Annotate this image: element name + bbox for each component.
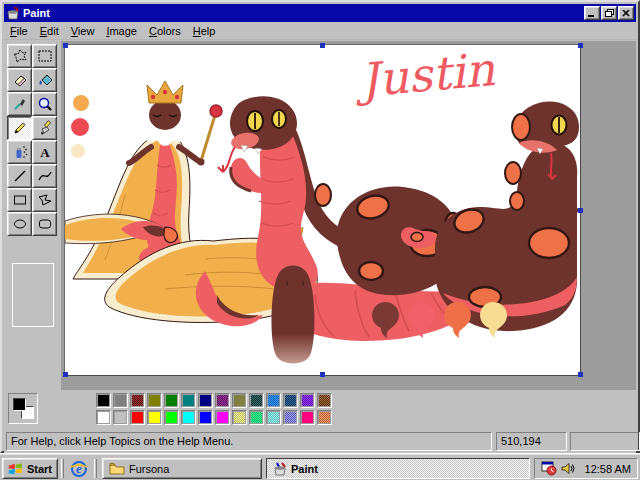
window-title: Paint bbox=[23, 7, 583, 19]
palette-swatch[interactable] bbox=[181, 393, 196, 408]
tool-select[interactable] bbox=[32, 44, 57, 68]
palette-swatch[interactable] bbox=[113, 393, 128, 408]
taskbar: Start e Fursona Paint bbox=[0, 453, 640, 480]
windows-logo-icon bbox=[8, 462, 24, 476]
palette-swatch[interactable] bbox=[164, 410, 179, 425]
tool-rounded-rectangle[interactable] bbox=[32, 212, 57, 236]
tool-rectangle[interactable] bbox=[7, 188, 32, 212]
brush-icon bbox=[37, 120, 53, 136]
status-coordinates: 510,194 bbox=[496, 432, 567, 451]
ie-logo-icon: e bbox=[70, 460, 88, 478]
palette-swatch[interactable] bbox=[147, 393, 162, 408]
canvas-handle-bottom-middle[interactable] bbox=[320, 372, 325, 377]
tool-eraser[interactable] bbox=[7, 68, 32, 92]
palette-swatch[interactable] bbox=[266, 410, 281, 425]
paint-app-icon bbox=[6, 6, 20, 20]
palette-swatch[interactable] bbox=[232, 393, 247, 408]
tail-study bbox=[272, 266, 315, 364]
tool-pick-color[interactable] bbox=[7, 92, 32, 116]
tool-curve[interactable] bbox=[32, 164, 57, 188]
palette-swatch[interactable] bbox=[130, 393, 145, 408]
title-bar: Paint bbox=[4, 4, 636, 22]
canvas-handle-top-middle[interactable] bbox=[320, 43, 325, 48]
rectangle-icon bbox=[12, 192, 28, 208]
palette-swatch[interactable] bbox=[164, 393, 179, 408]
tool-options-box[interactable] bbox=[12, 263, 54, 327]
palette-swatch[interactable] bbox=[232, 410, 247, 425]
menu-file[interactable]: File bbox=[4, 23, 34, 39]
status-bar: For Help, click Help Topics on the Help … bbox=[4, 430, 636, 453]
color-box bbox=[4, 390, 636, 430]
palette-swatch[interactable] bbox=[266, 393, 281, 408]
task-scheduler-icon[interactable] bbox=[541, 461, 557, 476]
menu-edit[interactable]: Edit bbox=[34, 23, 65, 39]
volume-icon[interactable] bbox=[561, 462, 575, 475]
palette-swatch[interactable] bbox=[215, 410, 230, 425]
close-button[interactable] bbox=[618, 6, 634, 20]
menu-colors[interactable]: Colors bbox=[143, 23, 187, 39]
palette-swatch[interactable] bbox=[198, 410, 213, 425]
ellipse-icon bbox=[12, 216, 28, 232]
tool-fill-with-color[interactable] bbox=[32, 68, 57, 92]
tool-airbrush[interactable] bbox=[7, 140, 32, 164]
palette-swatch[interactable] bbox=[181, 410, 196, 425]
rounded-rectangle-icon bbox=[37, 216, 53, 232]
palette-swatch[interactable] bbox=[198, 393, 213, 408]
menu-bar: File Edit View Image Colors Help bbox=[4, 22, 636, 40]
menu-image[interactable]: Image bbox=[100, 23, 143, 39]
curve-icon bbox=[37, 168, 53, 184]
magnifier-icon bbox=[37, 96, 53, 112]
reference-dots bbox=[71, 95, 89, 158]
palette-swatch[interactable] bbox=[249, 393, 264, 408]
minimize-icon bbox=[588, 10, 596, 17]
tool-box: A bbox=[4, 41, 61, 390]
artwork-title-text: Justin bbox=[352, 45, 497, 108]
eraser-icon bbox=[12, 72, 28, 88]
tool-line[interactable] bbox=[7, 164, 32, 188]
restore-button[interactable] bbox=[601, 6, 617, 20]
tool-brush[interactable] bbox=[32, 116, 57, 140]
minimize-button[interactable] bbox=[584, 6, 600, 20]
folder-icon bbox=[109, 462, 125, 475]
palette-swatch[interactable] bbox=[96, 393, 111, 408]
tool-text[interactable]: A bbox=[32, 140, 57, 164]
tool-ellipse[interactable] bbox=[7, 212, 32, 236]
palette-swatch[interactable] bbox=[300, 393, 315, 408]
palette-swatch[interactable] bbox=[130, 410, 145, 425]
canvas-handle-bottom-right[interactable] bbox=[578, 372, 583, 377]
internet-explorer-icon[interactable]: e bbox=[68, 459, 90, 479]
palette-swatch[interactable] bbox=[215, 393, 230, 408]
palette-swatch[interactable] bbox=[283, 393, 298, 408]
palette-swatch[interactable] bbox=[96, 410, 111, 425]
menu-view[interactable]: View bbox=[65, 23, 101, 39]
menu-help[interactable]: Help bbox=[187, 23, 222, 39]
palette-swatch[interactable] bbox=[249, 410, 264, 425]
palette-swatch[interactable] bbox=[283, 410, 298, 425]
restore-icon bbox=[605, 9, 614, 17]
taskbar-button-fursona[interactable]: Fursona bbox=[102, 458, 262, 479]
palette-swatch[interactable] bbox=[147, 410, 162, 425]
canvas-handle-top-left[interactable] bbox=[63, 43, 68, 48]
current-colors-indicator bbox=[8, 393, 38, 424]
canvas-handle-right-middle[interactable] bbox=[578, 208, 583, 213]
clock[interactable]: 12:58 AM bbox=[585, 463, 631, 475]
svg-text:A: A bbox=[40, 145, 50, 160]
palette-row-1 bbox=[96, 393, 334, 408]
tool-polygon[interactable] bbox=[32, 188, 57, 212]
palette-swatch[interactable] bbox=[300, 410, 315, 425]
palette-swatch[interactable] bbox=[317, 393, 332, 408]
canvas-handle-bottom-left[interactable] bbox=[63, 372, 68, 377]
taskbar-separator bbox=[61, 459, 64, 478]
line-icon bbox=[12, 168, 28, 184]
tool-pencil[interactable] bbox=[7, 116, 32, 140]
text-icon: A bbox=[37, 144, 53, 160]
taskbar-button-paint[interactable]: Paint bbox=[266, 458, 530, 479]
palette-swatch[interactable] bbox=[113, 410, 128, 425]
workspace: Justin bbox=[61, 41, 636, 390]
drawing-canvas[interactable]: Justin bbox=[65, 45, 580, 375]
palette-swatch[interactable] bbox=[317, 410, 332, 425]
tool-free-form-select[interactable] bbox=[7, 44, 32, 68]
canvas-handle-top-right[interactable] bbox=[578, 43, 583, 48]
tool-magnifier[interactable] bbox=[32, 92, 57, 116]
start-button[interactable]: Start bbox=[2, 458, 58, 479]
